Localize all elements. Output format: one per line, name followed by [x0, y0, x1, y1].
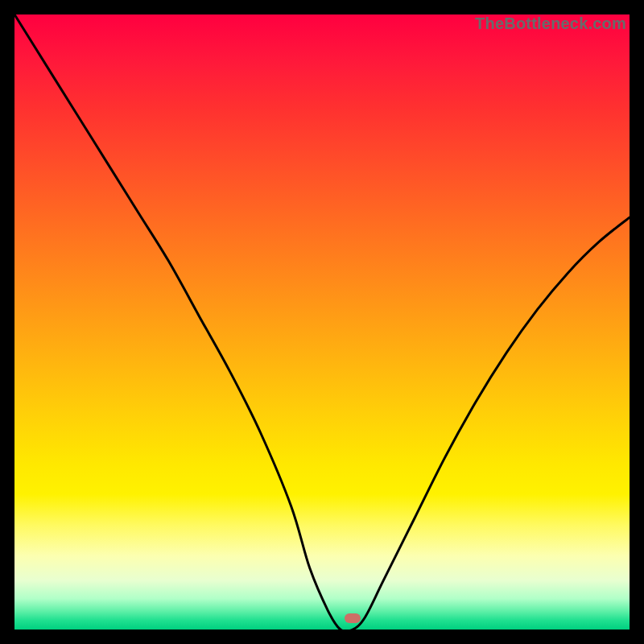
minimum-marker	[345, 613, 361, 623]
chart-container: TheBottleneck.com	[0, 0, 644, 644]
plot-area: TheBottleneck.com	[14, 14, 630, 630]
bottleneck-curve	[14, 14, 630, 630]
